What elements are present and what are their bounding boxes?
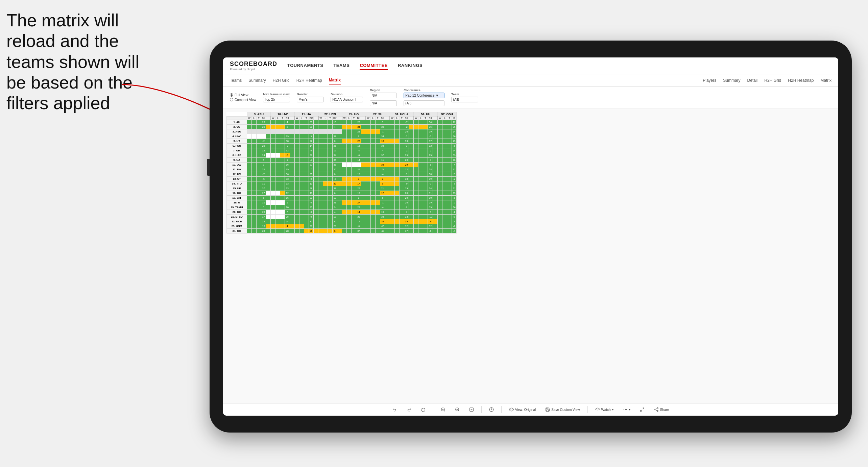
max-teams-select[interactable]: Top 25 Top 50 All [263,97,290,102]
region-sub-select[interactable]: N/A [370,100,397,106]
nav-tournaments[interactable]: TOURNAMENTS [287,62,323,70]
matrix-cell [375,229,380,233]
matrix-cell [266,129,271,134]
sub-nav-h2h-heatmap2[interactable]: H2H Heatmap [788,77,814,84]
region-select[interactable]: N/A West East [370,93,397,98]
compact-view-radio[interactable]: Compact View [230,98,256,102]
matrix-cell [304,129,309,134]
main-content[interactable]: 3. ASU 10. UW 11. UA 22. UCB 24. UO 27. … [223,108,838,403]
matrix-cell [280,229,285,233]
reset-btn[interactable] [467,406,476,413]
matrix-cell [399,181,404,186]
matrix-cell: 18 [333,215,337,219]
sub-nav-players[interactable]: Players [703,77,716,84]
gender-select[interactable]: Men's Women's [297,97,324,102]
matrix-cell [385,120,390,125]
matrix-cell [438,215,442,219]
matrix-cell: 34 [380,219,385,224]
matrix-cell [314,134,318,139]
zoom-out-icon [455,407,460,412]
matrix-cell [294,139,299,144]
matrix-cell: 0 [261,205,266,210]
matrix-cell [280,219,285,224]
nav-teams[interactable]: TEAMS [333,62,349,70]
sub-nav-matrix2[interactable]: Matrix [820,77,831,84]
matrix-cell [304,139,309,144]
matrix-cell: 16 [285,196,290,200]
matrix-cell [442,186,447,191]
full-view-radio[interactable]: Full View [230,93,256,97]
matrix-cell: 15 [356,172,361,177]
matrix-cell [342,172,347,177]
matrix-cell: 38 [404,177,409,181]
clock-btn[interactable] [487,406,496,413]
matrix-cell: 0 [309,215,313,219]
sub-nav-summary[interactable]: Summary [248,77,266,84]
view-original-btn[interactable]: View: Original [507,406,538,413]
sub-nav-h2h-heatmap[interactable]: H2H Heatmap [296,77,322,84]
sub-nav-detail[interactable]: Detail [747,77,758,84]
matrix-cell: 26 [333,144,337,148]
nav-committee[interactable]: COMMITTEE [360,62,388,70]
matrix-cell [347,125,352,129]
nav-rankings[interactable]: RANKINGS [398,62,423,70]
matrix-cell [409,229,414,233]
matrix-cell [290,144,294,148]
matrix-cell [418,186,423,191]
matrix-cell [352,134,356,139]
save-custom-btn[interactable]: Save Custom View [543,406,582,413]
matrix-cell: 20 [404,196,409,200]
matrix-cell [375,219,380,224]
matrix-cell [414,200,418,205]
expand-btn[interactable] [638,406,647,413]
matrix-cell: 29 [356,205,361,210]
team-select[interactable]: (All) [451,97,478,102]
matrix-cell [314,215,318,219]
matrix-cell [290,158,294,163]
matrix-cell [252,181,257,186]
conference-sub-select[interactable]: (All) [404,100,444,106]
matrix-cell [290,196,294,200]
matrix-cell [418,219,423,224]
matrix-cell [342,158,347,163]
matrix-cell [390,181,394,186]
share-btn[interactable]: Share [652,406,671,413]
redo-btn[interactable] [405,406,413,413]
matrix-cell [314,205,318,210]
matrix-cell [366,163,370,167]
matrix-cell [290,219,294,224]
matrix-cell [257,181,261,186]
division-select[interactable]: NCAA Division I NCAA Division II [331,97,363,102]
undo-btn[interactable] [390,406,399,413]
matrix-cell: 3 [452,144,457,148]
matrix-cell [438,196,442,200]
watch-btn[interactable]: Watch ▾ [593,406,616,413]
matrix-cell [361,205,366,210]
matrix-cell [247,177,252,181]
matrix-cell [390,177,394,181]
row-label: 11. UA [227,167,247,172]
refresh-btn[interactable] [419,406,428,413]
matrix-cell [433,196,438,200]
zoom-out-btn[interactable] [453,406,462,413]
matrix-cell [352,224,356,229]
table-row: 5. UT-2382202218333729 [227,139,457,144]
sub-nav-summary2[interactable]: Summary [723,77,740,84]
matrix-cell [375,172,380,177]
separator2 [481,406,482,413]
matrix-cell: 0 [428,181,433,186]
matrix-cell [318,148,323,153]
matrix-cell [423,229,428,233]
matrix-cell [390,125,394,129]
options-btn[interactable]: ▾ [621,406,632,413]
conference-select[interactable]: Pac-12 Conference ▼ (All) [404,93,444,98]
sub-nav-h2h-grid2[interactable]: H2H Grid [764,77,781,84]
matrix-cell [423,167,428,172]
sub-nav-matrix[interactable]: Matrix [329,76,341,84]
matrix-cell [318,139,323,144]
zoom-in-btn[interactable] [439,406,448,413]
matrix-cell: 26 [333,167,337,172]
matrix-cell [299,139,304,144]
sub-nav-teams[interactable]: Teams [230,77,242,84]
sub-nav-h2h-grid[interactable]: H2H Grid [273,77,290,84]
